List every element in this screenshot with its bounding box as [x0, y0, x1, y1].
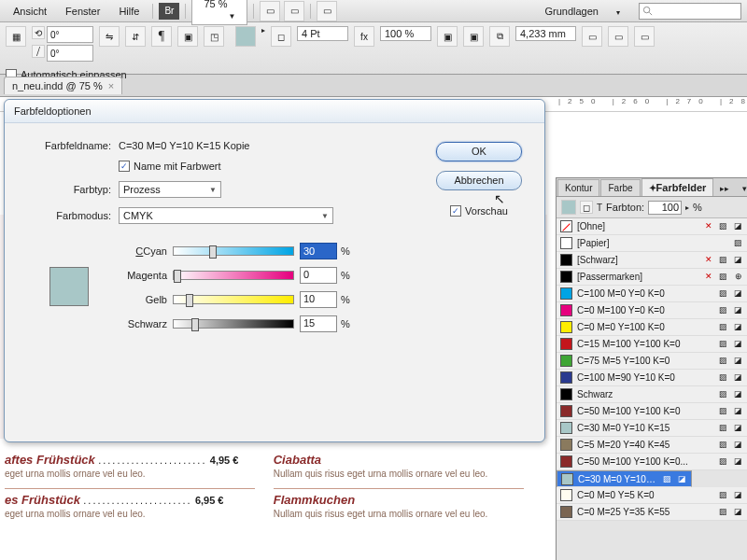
- color-model-icon: ▨: [718, 272, 728, 282]
- close-icon[interactable]: ×: [108, 80, 114, 91]
- frame-fit-icon[interactable]: ▣: [463, 26, 484, 47]
- chevron-right-icon: ▸: [261, 26, 265, 35]
- view-options-icon[interactable]: ▭: [260, 1, 280, 21]
- cyan-slider[interactable]: [173, 246, 294, 256]
- swatch-row[interactable]: C=30 M=0 Y=10 K=1...▨◪: [557, 470, 692, 487]
- swatch-name: C=50 M=100 Y=100 K=0: [577, 406, 713, 416]
- swatch-chip: [560, 254, 572, 266]
- shear-input[interactable]: [47, 45, 93, 62]
- preview-checkbox[interactable]: ✓Vorschau: [450, 205, 508, 217]
- screen-mode-icon[interactable]: ▭: [284, 1, 304, 21]
- stroke-swatch[interactable]: ◻: [271, 26, 291, 47]
- frame-crop-icon[interactable]: ⧉: [489, 26, 510, 47]
- formatting-text-icon[interactable]: T: [597, 203, 602, 213]
- swatch-row[interactable]: C=75 M=5 Y=100 K=0▨◪: [557, 353, 747, 370]
- swatch-row[interactable]: C=100 M=0 Y=0 K=0▨◪: [557, 286, 747, 302]
- ok-button[interactable]: OK: [436, 142, 522, 161]
- paragraph-icon[interactable]: ¶: [151, 26, 172, 47]
- swatch-list[interactable]: [Ohne]✕▨◪[Papier]▨[Schwarz]✕▨◪[Passermar…: [557, 218, 747, 559]
- effects-icon[interactable]: fx: [354, 26, 374, 47]
- color-model-icon: ▨: [718, 322, 728, 332]
- fit-icon[interactable]: ▭: [608, 26, 628, 47]
- black-slider[interactable]: [173, 319, 294, 329]
- menu-help[interactable]: Hilfe: [111, 3, 147, 20]
- swatch-row[interactable]: [Ohne]✕▨◪: [557, 218, 747, 235]
- panel-expand-icon[interactable]: ▸▸: [713, 181, 736, 196]
- document-tab[interactable]: n_neu.indd @ 75 %×: [4, 77, 122, 94]
- fit-icon[interactable]: ▭: [634, 26, 655, 47]
- color-mode-select[interactable]: CMYK▼: [119, 207, 333, 224]
- swatch-name: C=0 M=0 Y=100 K=0: [577, 322, 713, 332]
- flip-h-icon[interactable]: ⇋: [99, 26, 120, 47]
- arrange-icon[interactable]: ▭: [317, 1, 337, 21]
- frame-fit-icon[interactable]: ▣: [437, 26, 458, 47]
- corner-icon[interactable]: ◳: [204, 26, 224, 47]
- type-icon: ◪: [733, 305, 743, 315]
- magenta-slider[interactable]: [173, 271, 294, 280]
- color-model-icon: ▨: [733, 238, 743, 248]
- swatch-row[interactable]: C=0 M=100 Y=0 K=0▨◪: [557, 302, 747, 319]
- tab-swatches[interactable]: ✦Farbfelder: [641, 178, 714, 196]
- swatch-row[interactable]: C=0 M=0 Y=100 K=0▨◪: [557, 319, 747, 336]
- text-wrap-icon[interactable]: ▣: [177, 26, 198, 47]
- cancel-button[interactable]: Abbrechen: [436, 171, 522, 190]
- color-model-icon: ▨: [718, 507, 728, 517]
- swatch-name: C=5 M=20 Y=40 K=45: [577, 440, 713, 450]
- fill-swatch[interactable]: [235, 26, 256, 47]
- swatch-name: [Ohne]: [577, 221, 698, 231]
- formatting-container-icon[interactable]: ◻: [580, 201, 593, 214]
- tint-input[interactable]: 100: [648, 201, 682, 215]
- swatch-row[interactable]: C=50 M=100 Y=100 K=0▨◪: [557, 403, 747, 420]
- shear-icon[interactable]: ⧸: [32, 45, 45, 58]
- swatch-row[interactable]: [Schwarz]✕▨◪: [557, 252, 747, 269]
- swatch-name: C=75 M=5 Y=100 K=0: [577, 356, 713, 366]
- swatch-row[interactable]: C=30 M=0 Y=10 K=15▨◪: [557, 420, 747, 437]
- swatch-row[interactable]: Schwarz▨◪: [557, 386, 747, 403]
- flip-v-icon[interactable]: ⇵: [125, 26, 146, 47]
- swatch-name: Schwarz: [577, 389, 713, 399]
- color-model-icon: ▨: [718, 389, 728, 399]
- name-with-color-checkbox[interactable]: ✓Name mit Farbwert: [119, 161, 221, 172]
- zoom-select[interactable]: 75 % ▼: [191, 0, 247, 25]
- black-input[interactable]: 15: [300, 315, 337, 332]
- color-model-icon: ▨: [718, 456, 728, 467]
- chevron-down-icon: ▼: [209, 186, 217, 194]
- swatch-row[interactable]: C=0 M=0 Y=5 K=0▨◪: [557, 487, 747, 504]
- rotation-input[interactable]: [47, 26, 93, 43]
- magenta-input[interactable]: 0: [300, 267, 337, 284]
- chevron-down-icon: ▼: [321, 212, 329, 220]
- swatch-row[interactable]: [Papier]▨: [557, 235, 747, 252]
- fill-stroke-icon[interactable]: [561, 200, 576, 215]
- swatch-preview: [49, 267, 89, 306]
- tab-color[interactable]: Farbe: [600, 179, 640, 196]
- workspace-select[interactable]: Grundlagen ▾: [529, 3, 635, 20]
- stroke-weight[interactable]: 4 Pt: [297, 26, 348, 41]
- rotate-icon[interactable]: ⟲: [32, 26, 45, 39]
- separator: [152, 4, 153, 19]
- color-type-select[interactable]: Prozess▼: [119, 181, 221, 198]
- color-model-icon: ▨: [718, 288, 728, 299]
- opacity-input[interactable]: 100 %: [380, 26, 431, 41]
- swatch-name: C=100 M=90 Y=10 K=0: [577, 372, 713, 383]
- color-model-icon: ▨: [718, 356, 728, 366]
- swatch-row[interactable]: [Passermarken]✕▨⊕: [557, 269, 747, 286]
- menu-window[interactable]: Fenster: [58, 3, 107, 20]
- cyan-input[interactable]: 30: [300, 243, 337, 259]
- bridge-icon[interactable]: Br: [159, 3, 179, 20]
- tab-stroke[interactable]: Kontur: [557, 179, 599, 196]
- swatch-row[interactable]: C=15 M=100 Y=100 K=0▨◪: [557, 336, 747, 353]
- object-icon[interactable]: ▦: [6, 26, 26, 47]
- swatch-row[interactable]: C=5 M=20 Y=40 K=45▨◪: [557, 437, 747, 454]
- search-input[interactable]: [639, 3, 741, 20]
- color-model-icon: ▨: [718, 305, 728, 315]
- fit-icon[interactable]: ▭: [582, 26, 602, 47]
- size-input[interactable]: 4,233 mm: [515, 26, 576, 41]
- swatch-row[interactable]: C=100 M=90 Y=10 K=0▨◪: [557, 370, 747, 386]
- swatch-name: C=30 M=0 Y=10 K=1...: [578, 474, 657, 484]
- yellow-slider[interactable]: [173, 295, 294, 304]
- yellow-input[interactable]: 10: [300, 291, 337, 308]
- menu-view[interactable]: Ansicht: [6, 3, 54, 20]
- swatch-row[interactable]: C=50 M=100 Y=100 K=0...▨◪: [557, 454, 747, 470]
- swatch-row[interactable]: C=0 M=25 Y=35 K=55▨◪: [557, 504, 747, 521]
- panel-menu-icon[interactable]: ▾≡: [736, 181, 747, 196]
